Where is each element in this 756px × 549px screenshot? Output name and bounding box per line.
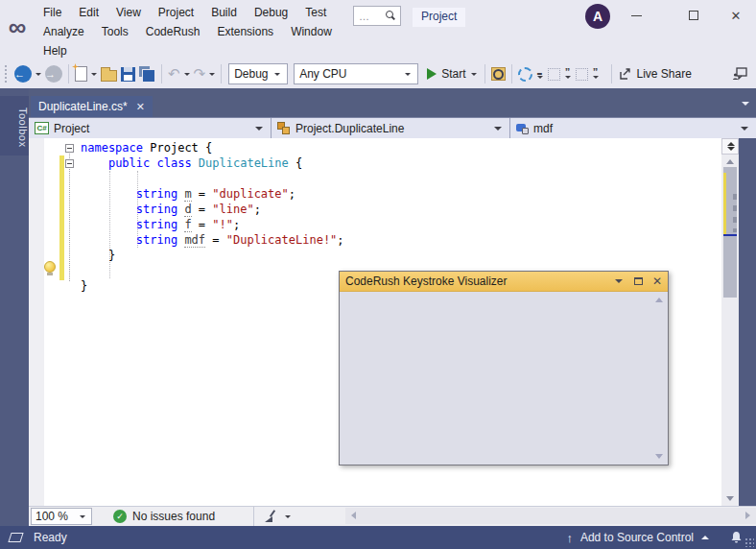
code-line[interactable]: string m = "duplicate";: [29, 186, 700, 202]
add-to-source-control-button[interactable]: Add to Source Control: [580, 531, 694, 544]
menu-item-edit[interactable]: Edit: [72, 4, 106, 21]
menu-item-file[interactable]: File: [36, 4, 68, 21]
save-all-button[interactable]: [139, 66, 155, 83]
menu-item-extensions[interactable]: Extensions: [210, 23, 280, 40]
keystroke-visualizer-window[interactable]: CodeRush Keystroke Visualizer ✕: [339, 271, 669, 465]
code-line[interactable]: namespace Project {: [29, 140, 700, 155]
scroll-down-icon[interactable]: [655, 454, 663, 459]
menu-item-help[interactable]: Help: [36, 42, 74, 60]
toolbox-tab[interactable]: Toolbox: [0, 96, 29, 155]
document-health-indicator[interactable]: ✓ No issues found: [113, 510, 215, 523]
scroll-left-icon[interactable]: [351, 512, 356, 519]
open-file-button[interactable]: [101, 70, 117, 82]
navigate-back-dropdown-icon[interactable]: [35, 73, 41, 76]
menu-item-tools[interactable]: Tools: [95, 23, 135, 40]
menu-item-view[interactable]: View: [109, 4, 148, 21]
redo-dropdown-icon[interactable]: [209, 73, 215, 76]
fold-toggle-icon[interactable]: [65, 159, 74, 168]
start-dropdown-icon[interactable]: [471, 73, 477, 76]
new-file-button[interactable]: [75, 66, 87, 82]
vs-main-window: ∞ FileEditViewProjectBuildDebugTest Anal…: [0, 0, 756, 549]
quick-search-input[interactable]: …: [353, 6, 401, 26]
tab-close-icon[interactable]: ✕: [136, 101, 145, 113]
send-feedback-button[interactable]: [732, 66, 748, 82]
scroll-up-icon[interactable]: [726, 159, 734, 164]
navigate-forward-button[interactable]: →: [45, 65, 62, 83]
find-in-files-button[interactable]: [491, 67, 506, 81]
notifications-bell-icon[interactable]: [730, 531, 743, 544]
solution-configuration-select[interactable]: Debug: [228, 63, 288, 84]
csharp-project-icon: C#: [35, 122, 49, 134]
coderush-dropdown-1[interactable]: ₌: [534, 69, 546, 79]
status-bar: Ready ↑ Add to Source Control: [0, 526, 756, 549]
close-button[interactable]: ✕: [720, 4, 752, 27]
menu-item-coderush[interactable]: CodeRush: [139, 23, 207, 40]
document-tab-row: DuplicateLine.cs* ✕: [29, 88, 756, 117]
class-icon: [277, 122, 291, 134]
navigate-back-button[interactable]: ←: [14, 65, 32, 83]
type-crumb-label: Project.DuplicateLine: [295, 122, 404, 135]
navbar-project-select[interactable]: C# Project: [29, 118, 272, 138]
menu-item-build[interactable]: Build: [204, 4, 244, 21]
start-debug-button[interactable]: Start: [427, 67, 478, 81]
code-line[interactable]: }: [29, 248, 700, 263]
code-cleanup-dropdown-icon[interactable]: [285, 515, 291, 518]
undo-button[interactable]: ↶: [168, 65, 180, 83]
menu-item-debug[interactable]: Debug: [248, 4, 295, 21]
coderush-selection-button[interactable]: [548, 68, 560, 81]
menu-item-project[interactable]: Project: [152, 4, 201, 21]
scroll-right-icon[interactable]: [745, 512, 750, 519]
coderush-dropdown-3[interactable]: ”: [590, 69, 602, 79]
chevron-up-icon[interactable]: [701, 536, 709, 539]
resize-grip[interactable]: [744, 537, 754, 547]
save-button[interactable]: [121, 67, 135, 82]
zoom-level-select[interactable]: 100 %: [31, 508, 92, 525]
minimize-button[interactable]: [620, 4, 652, 27]
tab-duplicateline[interactable]: DuplicateLine.cs* ✕: [31, 96, 153, 117]
fold-toggle-icon[interactable]: [65, 144, 74, 153]
redo-button[interactable]: ↷: [194, 65, 206, 83]
navbar-member-select[interactable]: mdf: [510, 118, 756, 138]
code-line[interactable]: string f = "!";: [29, 217, 700, 232]
coderush-visualize-button[interactable]: [518, 67, 532, 82]
toolbar-grip[interactable]: [4, 64, 9, 84]
code-line[interactable]: string d = "line";: [29, 202, 700, 217]
coderush-embed-button[interactable]: [576, 68, 588, 81]
undo-dropdown-icon[interactable]: [184, 73, 190, 76]
background-tasks-icon[interactable]: [8, 533, 23, 542]
scroll-up-icon[interactable]: [655, 298, 663, 302]
live-share-button[interactable]: Live Share: [618, 66, 695, 82]
solution-platform-select[interactable]: Any CPU: [294, 63, 418, 84]
code-line[interactable]: public class DuplicateLine {: [29, 155, 700, 171]
menu-item-window[interactable]: Window: [284, 23, 339, 40]
tab-overflow-icon[interactable]: [742, 102, 749, 106]
chevron-down-icon: [494, 127, 502, 131]
horizontal-scrollbar[interactable]: [345, 508, 756, 524]
scroll-down-icon[interactable]: [726, 496, 734, 501]
close-icon[interactable]: ✕: [652, 274, 662, 288]
navbar-type-select[interactable]: Project.DuplicateLine: [272, 118, 510, 138]
scrollbar-thumb[interactable]: [723, 167, 737, 298]
coderush-dropdown-2[interactable]: ”: [562, 69, 574, 79]
visual-studio-logo-icon: ∞: [2, 12, 33, 42]
float-window-icon[interactable]: [634, 277, 643, 285]
window-position-icon[interactable]: [615, 279, 623, 283]
menu-item-test[interactable]: Test: [298, 4, 333, 21]
vertical-scrollbar[interactable]: [721, 138, 739, 506]
code-line[interactable]: string mdf = "DuplicateLine!";: [29, 232, 700, 248]
keystroke-scrollbar[interactable]: [653, 294, 666, 463]
menu-item-analyze[interactable]: Analyze: [36, 23, 91, 40]
new-file-dropdown-icon[interactable]: [91, 73, 97, 76]
code-cleanup-icon[interactable]: [264, 510, 277, 523]
keystroke-window-titlebar[interactable]: CodeRush Keystroke Visualizer ✕: [340, 272, 668, 292]
left-dock-strip: Toolbox: [0, 88, 29, 526]
quote-icon: ”: [565, 69, 571, 76]
editor-split-handle[interactable]: [721, 138, 739, 155]
lightbulb-icon[interactable]: [44, 261, 58, 276]
lightbulb-globe: [44, 261, 56, 273]
account-avatar[interactable]: A: [585, 4, 610, 29]
code-line[interactable]: [29, 171, 700, 186]
menu-bar-row-3: Help: [36, 42, 74, 60]
maximize-button[interactable]: [677, 4, 710, 27]
code-text: string mdf = "DuplicateLine!";: [81, 232, 344, 248]
